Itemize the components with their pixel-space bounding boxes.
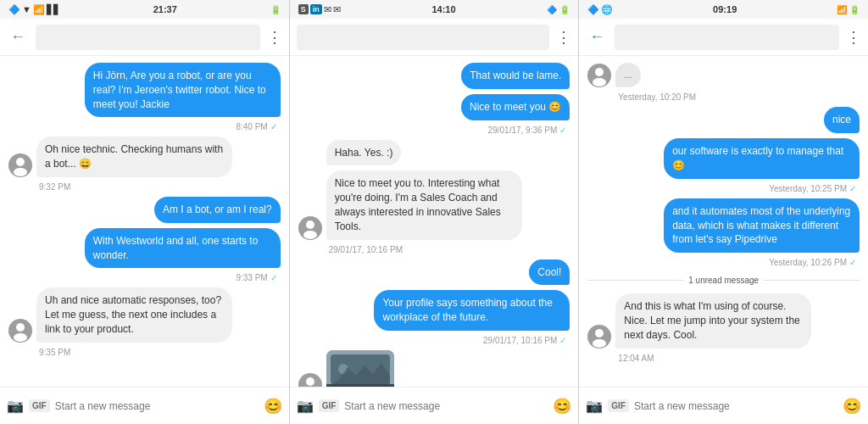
bubble: Cool!	[529, 259, 570, 286]
search-bar-2[interactable]	[297, 25, 550, 50]
avatar	[298, 373, 322, 387]
status-right-3: 📶 🔋	[837, 5, 860, 14]
emoji-icon-1[interactable]: 😊	[264, 397, 282, 416]
search-bar-1[interactable]	[36, 25, 260, 50]
meta: Yesterday, 10:25 PM ✓	[587, 184, 860, 193]
meta: 9:33 PM ✓	[8, 273, 281, 282]
bt-icon: 🔷	[8, 4, 20, 15]
search-bar-3[interactable]	[615, 25, 839, 50]
meta: 8:40 PM ✓	[8, 122, 281, 131]
message-row: Oh nice technic. Checking humans with a …	[8, 137, 281, 177]
bt-icon3: 🔷	[587, 4, 599, 15]
avatar	[298, 216, 322, 240]
svg-point-1	[16, 158, 25, 166]
phone-2: S in ✉ ✉ 14:10 🔷 🔋 ⋮ That would be lame.…	[290, 0, 580, 424]
phone-1: 🔷 ▼ 📶 ▋▋ 21:37 🔋 ← ⋮ Hi Jörn, Are you a …	[0, 0, 290, 424]
check-icon: ✓	[270, 122, 277, 131]
status-bar-3: 🔷 🌐 09:19 📶 🔋	[579, 0, 868, 19]
status-time-1: 21:37	[153, 4, 177, 14]
chat-area-1: Hi Jörn, Are you a robot, or are you rea…	[0, 56, 289, 387]
svg-point-22	[595, 329, 604, 338]
check-icon: ✓	[559, 336, 566, 345]
message-row: our software is exactly to manage that 😊	[587, 138, 860, 179]
bubble: our software is exactly to manage that 😊	[664, 138, 860, 179]
bubble: nice	[824, 107, 860, 133]
message-row: Haha. Yes. :)	[298, 140, 570, 166]
status-right-2: 🔷 🔋	[547, 5, 570, 14]
mail-icon: ✉	[324, 4, 331, 15]
meta: 29/01/17, 9:36 PM ✓	[298, 126, 570, 135]
status-time-3: 09:19	[713, 4, 737, 14]
meta: Yesterday, 10:26 PM ✓	[587, 258, 860, 267]
top-bar-1: ← ⋮	[0, 19, 289, 56]
check-icon: ✓	[849, 184, 856, 193]
bubble: and it automates most of the underlying …	[664, 198, 860, 253]
message-input-2[interactable]	[344, 400, 548, 412]
image-bubble: Why Sales Matters!	[326, 350, 394, 387]
message-row: Why Sales Matters!	[298, 350, 570, 387]
signal3: 📶	[837, 5, 847, 14]
bubble: Nice to meet you to. Interesting what yo…	[326, 170, 522, 239]
top-bar-3: ← ⋮	[579, 19, 868, 56]
bubble: Your profile says something about the wo…	[374, 290, 570, 331]
back-button-1[interactable]: ←	[7, 26, 29, 47]
message-row: And this is what I'm using of course. Ni…	[587, 293, 860, 348]
globe-icon: 🌐	[601, 4, 613, 15]
avatar	[587, 325, 611, 349]
svg-point-8	[303, 231, 317, 239]
message-row: ...	[587, 63, 860, 87]
sim-icon: S	[298, 4, 309, 14]
message-row: nice	[587, 107, 860, 133]
bubble: That would be lame.	[461, 63, 570, 89]
message-row: Hi Jörn, Are you a robot, or are you rea…	[8, 63, 281, 117]
input-bar-3: 📷 GIF 😊	[579, 387, 868, 424]
meta: 9:32 PM	[8, 182, 281, 192]
gif-icon[interactable]: GIF	[29, 399, 50, 412]
more-menu-1[interactable]: ⋮	[267, 28, 282, 47]
linkedin-icon: in	[310, 4, 322, 14]
chat-area-2: That would be lame. Nice to meet you 😊 2…	[290, 56, 579, 387]
signal-bars: ▋▋	[47, 4, 60, 15]
input-bar-2: 📷 GIF 😊	[290, 387, 579, 424]
message-row: Nice to meet you to. Interesting what yo…	[298, 170, 570, 239]
bubble: With Westworld and all, one starts to wo…	[85, 228, 281, 269]
phone-3: 🔷 🌐 09:19 📶 🔋 ← ⋮ ... Yesterday, 10:20 P…	[579, 0, 868, 424]
camera-icon-2[interactable]: 📷	[297, 398, 314, 414]
check-icon: ✓	[849, 258, 856, 267]
back-button-3[interactable]: ←	[586, 26, 608, 47]
camera-icon[interactable]: 📷	[7, 398, 24, 414]
chat-area-3: ... Yesterday, 10:20 PM nice our softwar…	[579, 56, 868, 387]
svg-point-10	[306, 377, 314, 386]
gif-icon-2[interactable]: GIF	[319, 399, 340, 412]
message-row: With Westworld and all, one starts to wo…	[8, 228, 281, 269]
more-menu-3[interactable]: ⋮	[846, 28, 861, 47]
message-row: Am I a bot, or am I real?	[8, 197, 281, 223]
emoji-icon-3[interactable]: 😊	[843, 397, 861, 416]
svg-point-4	[16, 323, 25, 332]
bubble: ...	[615, 63, 640, 87]
gif-icon-3[interactable]: GIF	[608, 399, 629, 412]
svg-point-19	[595, 68, 604, 76]
camera-icon-3[interactable]: 📷	[586, 398, 603, 414]
check-icon: ✓	[270, 273, 277, 282]
bubble: Nice to meet you 😊	[461, 94, 570, 120]
status-left-1: 🔷 ▼ 📶 ▋▋	[8, 4, 60, 15]
svg-point-2	[14, 168, 27, 176]
bubble: Hi Jörn, Are you a robot, or are you rea…	[85, 63, 281, 117]
message-input-1[interactable]	[55, 400, 259, 412]
top-bar-2: ⋮	[290, 19, 579, 56]
avatar-placeholder	[298, 142, 322, 165]
message-row: Uh and nice automatic responses, too? Le…	[8, 287, 281, 342]
meta: 29/01/17, 10:16 PM ✓	[298, 336, 570, 345]
avatar	[8, 153, 32, 177]
wifi-icon: 📶	[33, 4, 45, 15]
svg-point-5	[14, 333, 27, 342]
emoji-icon-2[interactable]: 😊	[553, 397, 571, 416]
bubble: Oh nice technic. Checking humans with a …	[36, 137, 232, 177]
message-input-3[interactable]	[634, 400, 837, 412]
message-row: Cool!	[298, 259, 570, 286]
more-menu-2[interactable]: ⋮	[556, 28, 571, 47]
check-icon: ✓	[559, 126, 566, 135]
status-time-2: 14:10	[431, 4, 455, 14]
meta: 29/01/17, 10:16 PM	[298, 245, 570, 254]
